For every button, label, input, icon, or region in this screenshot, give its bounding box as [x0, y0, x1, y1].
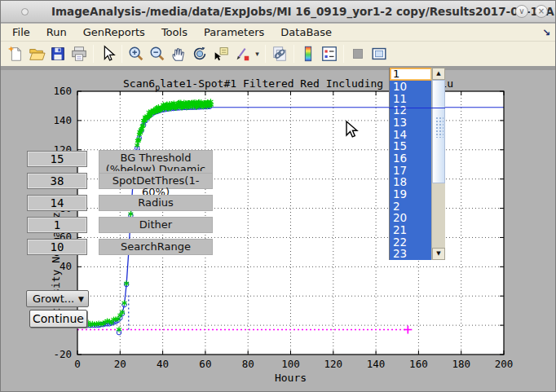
svg-text:200: 200 [495, 358, 514, 370]
bg-threshold-label: BG Threshold (%below) Dynamic [99, 150, 213, 174]
listbox-item[interactable]: 2 [390, 200, 432, 213]
svg-text:0: 0 [74, 358, 81, 370]
menu-bar: FileRunGenReportsToolsParametersDataBase [1, 24, 555, 42]
print-icon [70, 45, 88, 63]
listbox-item[interactable]: 20 [390, 212, 432, 224]
listbox-editor[interactable]: 1 [390, 68, 432, 81]
listbox-item[interactable]: 21 [390, 224, 432, 236]
legend-icon [320, 45, 338, 63]
toolbar-separator [265, 45, 266, 63]
pan-hand-icon [170, 45, 188, 63]
title-bar[interactable]: ImageAnalysis-/media/data/ExpJobs/MI 16_… [1, 1, 555, 23]
svg-text:100: 100 [281, 358, 300, 370]
menu-item-parameters[interactable]: Parameters [196, 24, 272, 40]
disabled-square-icon [349, 45, 367, 63]
svg-text:20: 20 [114, 358, 126, 370]
svg-text:180: 180 [452, 358, 470, 370]
data-cursor-button[interactable] [210, 44, 232, 64]
toolbar-separator [93, 45, 94, 63]
close-window-button[interactable]: × [535, 5, 548, 18]
window-icon [21, 8, 29, 15]
insert-legend-button[interactable] [319, 44, 340, 64]
toolbar: ▾ [1, 42, 555, 66]
listbox-item[interactable]: 23 [390, 248, 432, 260]
search-range-label: SearchRange [99, 239, 213, 255]
menu-item-file[interactable]: File [4, 24, 38, 40]
menu-item-tools[interactable]: Tools [153, 24, 196, 40]
zoom-out-icon [148, 45, 166, 63]
listbox-item[interactable]: 16 [390, 152, 432, 165]
chevron-down-icon: ▼ [78, 291, 84, 307]
listbox-item[interactable]: 13 [390, 117, 432, 129]
svg-text:60: 60 [199, 358, 211, 370]
brush-icon [233, 45, 251, 63]
listbox-item[interactable]: 17 [390, 165, 432, 177]
svg-text:140: 140 [367, 358, 386, 370]
insert-colorbar-button[interactable] [298, 44, 319, 64]
print-button[interactable] [68, 44, 90, 64]
shade-window-button[interactable]: ∨ [515, 5, 528, 18]
save-floppy-icon [49, 45, 67, 63]
plot-line-over-dropdown [389, 108, 445, 108]
listbox-item[interactable]: 11 [390, 93, 432, 105]
menu-item-database[interactable]: DataBase [272, 24, 340, 40]
search-range-input[interactable]: 10 [27, 239, 87, 255]
svg-text:120: 120 [324, 358, 343, 370]
disabled-tool-button [347, 44, 368, 64]
docked-frame-icon [370, 45, 388, 63]
listbox-scrollbar[interactable]: ▲ ▼ [431, 68, 445, 260]
brush-dropdown-caret[interactable]: ▾ [253, 44, 262, 64]
app-window: ImageAnalysis-/media/data/ExpJobs/MI 16_… [0, 0, 556, 392]
window-title: ImageAnalysis-/media/data/ExpJobs/MI 16_… [51, 5, 556, 18]
svg-text:160: 160 [409, 358, 428, 370]
listbox-item[interactable]: 15 [390, 140, 432, 152]
scrollbar-thumb[interactable] [432, 80, 445, 183]
svg-text:40: 40 [157, 358, 169, 370]
spot-number-listbox[interactable]: 1 10111213141516171819220212223 ▲ ▼ [389, 68, 445, 260]
listbox-item[interactable]: 19 [390, 188, 432, 200]
bg-threshold-input[interactable]: 15 [27, 151, 87, 167]
brush-tool-button[interactable] [232, 44, 253, 64]
scrollbar-grip [435, 117, 443, 138]
dither-label: Dither [99, 217, 213, 233]
pointer-tool-button[interactable] [97, 44, 118, 64]
pan-tool-button[interactable] [168, 44, 189, 64]
save-button[interactable] [47, 44, 68, 64]
radius-input[interactable]: 14 [27, 195, 87, 211]
listbox-item[interactable]: 14 [390, 129, 432, 141]
pointer-arrow-icon [99, 45, 117, 63]
listbox-item[interactable]: 12 [390, 104, 432, 117]
dock-figure-icon[interactable]: ↘ [542, 27, 550, 38]
growth-model-dropdown[interactable]: Growt... ▼ [26, 290, 89, 307]
rotate-3d-button[interactable] [189, 44, 210, 64]
zoom-in-icon [127, 45, 145, 63]
scroll-down-icon[interactable]: ▼ [432, 248, 445, 260]
menu-item-genreports[interactable]: GenReports [75, 24, 153, 40]
zoom-out-button[interactable] [147, 44, 168, 64]
menu-item-run[interactable]: Run [38, 24, 75, 40]
link-plots-icon [271, 45, 289, 63]
spot-det-thres-input[interactable]: 38 [27, 173, 87, 189]
scroll-up-icon[interactable]: ▲ [432, 68, 445, 80]
open-folder-icon [28, 45, 46, 63]
x-tick-labels: 020406080100120140160180200 [74, 358, 513, 370]
toolbar-separator [343, 45, 344, 63]
toolbar-separator [293, 45, 294, 63]
open-file-button[interactable] [26, 44, 47, 64]
listbox-item[interactable]: 10 [390, 81, 432, 93]
listbox-item[interactable]: 18 [390, 176, 432, 188]
spot-det-thres-label: SpotDetThres(1-60%) [99, 173, 213, 189]
listbox-item[interactable]: 22 [390, 236, 432, 249]
toolbar-separator [121, 45, 122, 63]
zoom-in-button[interactable] [126, 44, 147, 64]
colorbar-icon [299, 45, 317, 63]
continue-button[interactable]: Continue [29, 310, 87, 328]
svg-text:-20: -20 [53, 348, 72, 360]
mouse-cursor-icon [344, 120, 359, 141]
dither-input[interactable]: 1 [27, 217, 87, 233]
link-plots-button[interactable] [269, 44, 290, 64]
data-cursor-icon [212, 45, 230, 63]
rotate-3d-icon [191, 45, 209, 63]
new-document-button[interactable] [5, 44, 26, 64]
docked-view-button[interactable] [368, 44, 390, 64]
